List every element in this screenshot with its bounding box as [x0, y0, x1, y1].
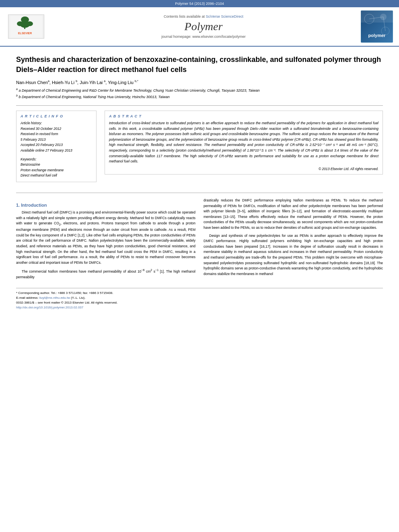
intro-col-right: drastically reduces the DMFC performance…: [204, 198, 383, 282]
article-info-abstract-section: A R T I C L E I N F O Article history: R…: [16, 111, 383, 188]
doi-link[interactable]: http://dx.doi.org/10.1016/j.polymer.2013…: [16, 306, 83, 309]
email-footnote: E-mail address: liuyl@mx.nthu.edu.tw (Y.…: [16, 296, 383, 300]
keyword-2: Proton exchange membrane: [21, 168, 92, 173]
abstract-box: A B S T R A C T Introduction of cross-li…: [105, 111, 383, 175]
email-author: (Y.-L. Liu).: [70, 296, 86, 300]
abstract-text: Introduction of cross-linked structure t…: [109, 121, 378, 164]
svg-point-5: [20, 21, 30, 28]
article-info-column: A R T I C L E I N F O Article history: R…: [16, 111, 97, 188]
history-label: Article history:: [21, 121, 92, 126]
keywords-section: Keywords: Benzoxazine Proton exchange me…: [21, 157, 92, 179]
journal-info-center: Contents lists available at SciVerse Sci…: [52, 10, 355, 43]
svg-point-8: [364, 14, 374, 24]
received-revised-label: Received in revised form: [21, 131, 92, 137]
email-label: E-mail address:: [16, 296, 39, 300]
svg-text:polymer: polymer: [368, 33, 386, 38]
intro-para1: Direct methanol fuel cell (DMFC) is a pr…: [16, 210, 195, 265]
elsevier-logo-section: ELSEVIER: [4, 10, 48, 43]
article-info-label: A R T I C L E I N F O: [21, 114, 92, 118]
introduction-section: 1. Introduction Direct methanol fuel cel…: [16, 198, 383, 282]
corresponding-text: * Corresponding author. Tel.: +886 3 571…: [16, 291, 113, 295]
main-content: Synthesis and characterization of benzox…: [0, 47, 399, 318]
abstract-label: A B S T R A C T: [109, 114, 378, 118]
issn-footnote: 0032-3861/$ – see front matter © 2013 El…: [16, 300, 383, 305]
journal-homepage: journal homepage: www.elsevier.com/locat…: [161, 35, 246, 39]
svg-line-11: [369, 17, 383, 19]
affiliation-b: b b Department of Chemical Engineering, …: [16, 94, 383, 100]
author-1: Nan-Hsun Chen: [16, 80, 48, 85]
elsevier-logo: ELSEVIER: [8, 14, 44, 39]
journal-citation: Polymer 54 (2013) 2096–2104: [175, 2, 224, 6]
intro-para2: The commercial Nafion membranes have met…: [16, 268, 195, 280]
svg-text:ELSEVIER: ELSEVIER: [18, 32, 32, 35]
sciverse-link[interactable]: SciVerse ScienceDirect: [206, 14, 244, 18]
intro-col-left: 1. Introduction Direct methanol fuel cel…: [16, 198, 195, 282]
keywords-label: Keywords:: [21, 157, 92, 162]
keyword-3: Direct methanol fuel cell: [21, 173, 92, 179]
copyright-line: © 2013 Elsevier Ltd. All rights reserved…: [109, 167, 378, 171]
bottom-footnotes: * Corresponding author. Tel.: +886 3 571…: [16, 288, 383, 310]
elsevier-logo-image: ELSEVIER: [8, 14, 44, 39]
abstract-column: A B S T R A C T Introduction of cross-li…: [105, 111, 383, 188]
keyword-1: Benzoxazine: [21, 162, 92, 168]
journal-header: ELSEVIER Contents lists available at Sci…: [0, 7, 399, 47]
affiliations: a a Department of Chemical Engineering a…: [16, 87, 383, 100]
authors-line: Nan-Hsun Chena, Hsieh-Yu Li b, Juin-Yih …: [16, 80, 383, 85]
affiliation-a: a a Department of Chemical Engineering a…: [16, 87, 383, 94]
separator-1: [16, 105, 383, 106]
intro-para4: Design and synthesis of new polyelectrol…: [204, 233, 383, 277]
corresponding-footnote: * Corresponding author. Tel.: +886 3 571…: [16, 291, 383, 296]
doi-footnote: http://dx.doi.org/10.1016/j.polymer.2013…: [16, 305, 383, 310]
svg-point-9: [380, 14, 387, 20]
email-address[interactable]: liuyl@mx.nthu.edu.tw: [39, 296, 70, 300]
article-title: Synthesis and characterization of benzox…: [16, 55, 383, 75]
sciverse-line: Contents lists available at SciVerse Sci…: [164, 14, 243, 18]
polymer-journal-badge: polymer: [361, 10, 393, 43]
article-history: Article history: Received 30 October 201…: [21, 121, 92, 154]
journal-title: Polymer: [185, 20, 223, 33]
article-info-box: A R T I C L E I N F O Article history: R…: [16, 111, 97, 182]
sciverse-text-prefix: Contents lists available at: [164, 14, 206, 18]
journal-citation-bar: Polymer 54 (2013) 2096–2104: [0, 0, 399, 7]
revised-date: 5 February 2013: [21, 137, 92, 143]
polymer-badge-section: polymer: [359, 10, 395, 43]
separator-2: [16, 193, 383, 193]
received-date: Received 30 October 2012: [21, 126, 92, 132]
intro-para3: drastically reduces the DMFC performance…: [204, 198, 383, 231]
accepted-date: Accepted 20 February 2013: [21, 142, 92, 148]
intro-heading: 1. Introduction: [16, 203, 195, 207]
available-date: Available online 27 February 2013: [21, 148, 92, 154]
